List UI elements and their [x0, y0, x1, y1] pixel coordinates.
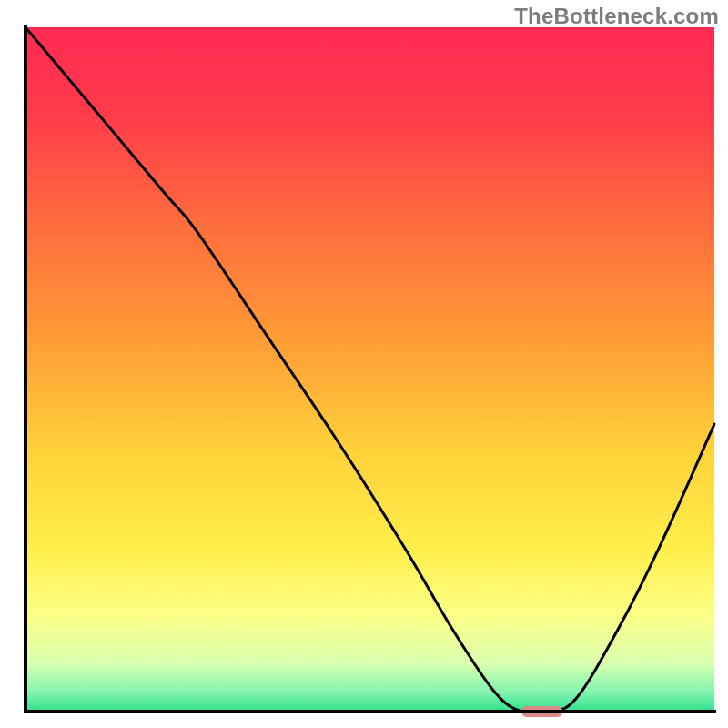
chart-frame: TheBottleneck.com [0, 0, 728, 728]
chart-svg [0, 0, 728, 728]
plot-background [25, 27, 714, 712]
watermark-label: TheBottleneck.com [514, 4, 719, 29]
